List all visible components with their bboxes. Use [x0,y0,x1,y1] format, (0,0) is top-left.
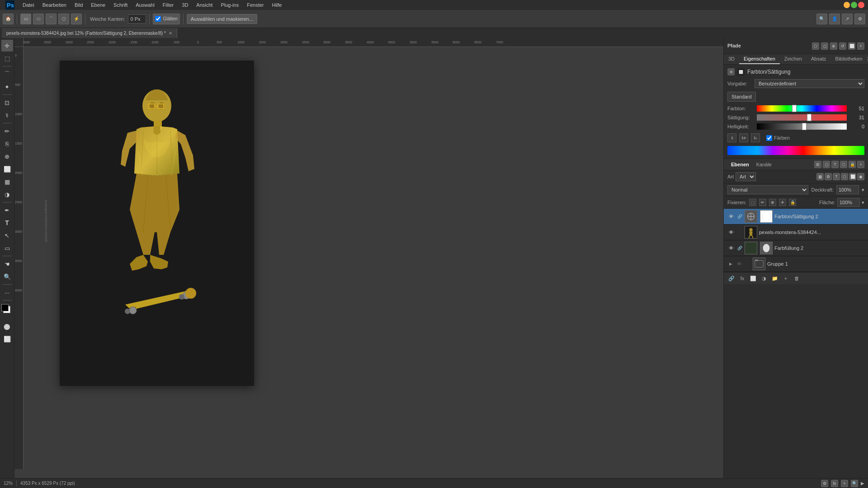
weiche-kanten-input[interactable] [128,14,146,23]
layer-filter-toggle[interactable]: ◉ [857,173,864,180]
path-select-tool[interactable]: ↖ [1,230,13,241]
foreground-color[interactable] [1,304,9,311]
selection-lasso-btn[interactable]: ⌒ [46,14,57,24]
layer-eye-3[interactable]: 👁 [736,260,743,267]
tab-3d[interactable]: 3D [724,54,739,64]
menu-ansicht[interactable]: Ansicht [193,1,216,9]
auswaehlen-maskieren-btn[interactable]: Auswählen und maskieren... [187,14,257,24]
layer-filter-shape[interactable]: ⬡ [841,173,848,180]
selection-rect-btn[interactable]: ▭ [20,14,31,24]
window-minimize[interactable] [844,2,850,8]
layers-effects-btn[interactable]: fx [738,274,746,282]
menu-filter[interactable]: Filter [159,1,177,9]
statusbar-btn-4[interactable]: 🔍 [851,480,858,487]
eyedropper-icon[interactable]: ⚕ [727,133,736,142]
gradient-tool[interactable]: ▦ [1,176,13,188]
layers-options-4[interactable]: ⬡ [840,161,847,168]
layers-delete-btn[interactable]: 🗑 [793,274,801,282]
paths-btn-4[interactable]: ↺ [839,42,846,50]
menu-bild[interactable]: Bild [71,1,86,9]
profile-btn[interactable]: 👤 [829,14,840,24]
paths-btn-6[interactable]: + [857,42,864,50]
paths-btn-5[interactable]: ⬜ [848,42,855,50]
layers-type-dropdown[interactable]: Art [736,172,756,181]
layers-link-btn[interactable]: 🔗 [727,274,736,282]
layer-eye-0[interactable]: 👁 [727,213,735,220]
layers-tab-kanaele[interactable]: Kanäle [753,161,775,168]
preset-dropdown[interactable]: Benutzerdefiniert [755,79,864,88]
layer-link-1[interactable] [736,229,743,235]
saettigung-thumb[interactable] [807,114,811,121]
layers-options-5[interactable]: 🔒 [849,161,856,168]
layer-item-3[interactable]: ▶ 👁 Gruppe 1 [724,256,868,272]
color-swatches[interactable] [1,304,13,316]
selection-polygon-btn[interactable]: ⬡ [58,14,69,24]
clone-tool[interactable]: ⎘ [1,138,13,150]
more-tools[interactable]: ··· [1,286,13,298]
tab-close-btn[interactable]: ✕ [169,31,172,36]
saettigung-slider[interactable] [757,114,847,121]
crop-tool[interactable]: ⊡ [1,97,13,108]
layer-filter-text[interactable]: T [833,173,840,180]
layers-new-btn[interactable]: + [782,274,790,282]
tab-zeichen[interactable]: Zeichen [780,54,807,64]
layers-group-btn[interactable]: 📁 [771,274,779,282]
fill-dropdown-arrow[interactable]: ▾ [862,200,864,206]
home-button[interactable]: 🏠 [3,14,14,24]
text-tool[interactable]: T [1,217,13,229]
menu-auswahl[interactable]: Auswahl [132,1,158,9]
menu-plugins[interactable]: Plug-ins [217,1,242,9]
select-tool[interactable]: ⬚ [1,52,13,64]
layers-options-3[interactable]: T [831,161,839,168]
layer-eye-2[interactable]: 👁 [727,244,735,252]
tab-eigenschaften[interactable]: Eigenschaften [739,54,780,64]
move-tool[interactable]: ✛ [1,40,13,52]
menu-3d[interactable]: 3D [178,1,192,9]
eyedropper-minus-icon[interactable]: ⚕- [751,133,760,142]
window-maximize[interactable] [851,2,857,8]
lasso-tool[interactable]: ⌒ [1,68,13,80]
helligkeit-slider[interactable] [757,123,847,130]
farbton-thumb[interactable] [792,105,797,112]
tab-bibliotheken[interactable]: Bibliotheken [831,54,867,64]
layer-link-3[interactable] [745,261,751,267]
zoom-tool[interactable]: 🔍 [1,271,13,282]
document-tab[interactable]: pexels-monstera-5384424.jpg bei 12% (Far… [2,28,177,38]
shape-tool[interactable]: ▭ [1,242,13,254]
helligkeit-thumb[interactable] [802,123,807,130]
screen-mode-tool[interactable]: ⬜ [1,333,13,345]
layers-adjustment-btn[interactable]: ◑ [760,274,768,282]
colorize-checkbox[interactable] [766,135,772,141]
farbton-slider[interactable] [757,105,847,112]
opacity-input[interactable] [836,185,859,194]
layer-item-0[interactable]: 👁 🔗 Farbton/Sättigung 2 [724,209,868,225]
magic-wand-tool[interactable]: ✦ [1,81,13,93]
paths-btn-3[interactable]: ⊕ [830,42,837,50]
statusbar-btn-2[interactable]: fx [831,480,838,487]
statusbar-btn-3[interactable]: + [841,480,848,487]
layers-options-2[interactable]: ◻ [823,161,830,168]
menu-schrift[interactable]: Schrift [110,1,131,9]
layer-link-2[interactable]: 🔗 [736,245,743,251]
pen-tool[interactable]: ✒ [1,204,13,216]
menu-bearbeiten[interactable]: Bearbeiten [39,1,70,9]
eraser-tool[interactable]: ⬜ [1,163,13,175]
dodge-tool[interactable]: ◑ [1,188,13,200]
menu-fenster[interactable]: Fenster [243,1,267,9]
layers-options-1[interactable]: ⊞ [814,161,821,168]
glatten-checkbox[interactable]: Glätten [153,14,179,24]
hand-tool[interactable]: ☚ [1,258,13,270]
share-btn[interactable]: ↗ [842,14,853,24]
layer-group-arrow-3[interactable]: ▶ [727,261,734,267]
layer-eye-1[interactable]: 👁 [727,229,735,236]
paths-btn-2[interactable]: ◻ [821,42,828,50]
layers-tab-ebenen[interactable]: Ebenen [727,161,753,168]
fill-input[interactable] [837,198,860,207]
eyedropper-plus-icon[interactable]: ⚕+ [739,133,748,142]
layer-filter-smartobj[interactable]: ⬜ [849,173,856,180]
search-btn[interactable]: 🔍 [816,14,827,24]
menu-datei[interactable]: Datei [19,1,38,9]
layers-mask-btn[interactable]: ⬜ [749,274,757,282]
lock-paint-icon[interactable]: ✏ [759,199,766,206]
layer-link-0[interactable]: 🔗 [736,213,743,220]
